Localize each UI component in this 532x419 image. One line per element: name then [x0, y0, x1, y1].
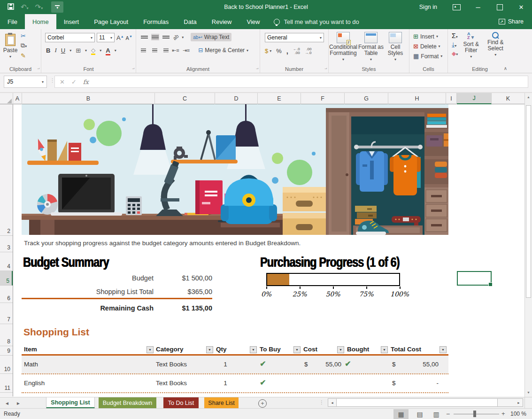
page-layout-view-icon[interactable]: ▤: [412, 409, 427, 419]
scroll-right-icon[interactable]: ►: [515, 401, 523, 404]
comma-style-icon[interactable]: ,: [286, 47, 288, 55]
horizontal-scroll-thumb[interactable]: [336, 399, 498, 406]
underline-icon[interactable]: U: [61, 47, 65, 54]
maximize-icon[interactable]: [489, 0, 510, 14]
decrease-decimal-icon[interactable]: .00→.0: [305, 47, 312, 55]
paste-button[interactable]: Paste ▾: [0, 31, 21, 60]
fill-handle[interactable]: [488, 282, 493, 287]
row-header-2[interactable]: 2: [0, 104, 13, 236]
table-row[interactable]: [22, 356, 448, 374]
font-color-icon[interactable]: A: [106, 47, 110, 54]
horizontal-scrollbar[interactable]: ◄ ►: [328, 398, 523, 407]
vertical-scrollbar[interactable]: ▲ ▼: [524, 93, 532, 397]
merge-center-button[interactable]: ⊟ Merge & Center ▾: [196, 46, 251, 54]
undo-icon[interactable]: ↶▾: [21, 3, 29, 11]
tab-file[interactable]: File: [0, 14, 25, 29]
zoom-slider-thumb[interactable]: [473, 411, 476, 417]
paste-dropdown-icon[interactable]: ▾: [9, 54, 11, 59]
autosum-icon[interactable]: Σ▾: [452, 32, 458, 39]
page-break-view-icon[interactable]: ▥: [429, 409, 444, 419]
cell-category-1[interactable]: Text Books: [156, 361, 187, 368]
zoom-out-icon[interactable]: −: [446, 410, 450, 418]
cell-total-currency-2[interactable]: $: [392, 380, 396, 387]
cell-total-cost-1[interactable]: 55,00: [399, 361, 439, 368]
row-header-11[interactable]: 11: [0, 374, 13, 393]
decrease-indent-icon[interactable]: ⇤≡: [172, 47, 179, 54]
row-header-8[interactable]: 8: [0, 324, 13, 346]
tab-view[interactable]: View: [239, 14, 267, 29]
column-header-j[interactable]: J: [457, 93, 492, 104]
row-header-6[interactable]: 6: [0, 286, 13, 303]
format-painter-icon[interactable]: ✎: [21, 52, 27, 60]
number-dialog-launcher-icon[interactable]: ⌐: [324, 67, 327, 71]
number-format-combobox[interactable]: General▾: [265, 33, 324, 42]
customize-quick-access-icon[interactable]: ▾: [51, 1, 63, 13]
tell-me-box[interactable]: Tell me what you want to do: [267, 14, 365, 29]
insert-function-icon[interactable]: fx: [83, 78, 89, 85]
new-sheet-icon[interactable]: +: [258, 399, 267, 408]
share-button[interactable]: ↗ Share: [495, 14, 527, 29]
row-header-7[interactable]: 7: [0, 303, 13, 324]
shrink-font-icon[interactable]: A▼: [126, 35, 132, 41]
row-header-9[interactable]: 9: [0, 346, 13, 356]
column-header-h[interactable]: H: [388, 93, 446, 104]
sheet-tab-to-do-list[interactable]: To Do List: [163, 397, 199, 409]
row-header-5[interactable]: 5: [0, 271, 13, 286]
close-icon[interactable]: ✕: [510, 0, 532, 14]
tab-formulas[interactable]: Formulas: [136, 14, 176, 29]
align-top-icon[interactable]: [141, 35, 148, 39]
clear-icon[interactable]: ◆▾: [452, 50, 458, 57]
filter-dropdown-icon-cost[interactable]: ▼: [337, 346, 344, 353]
clipboard-dialog-launcher-icon[interactable]: ⌐: [37, 67, 39, 71]
increase-indent-icon[interactable]: ⇥≡: [183, 47, 190, 54]
redo-icon[interactable]: ↷▾: [35, 3, 43, 11]
wrap-text-button[interactable]: ab↩ Wrap Text: [191, 33, 231, 41]
cancel-icon[interactable]: ✕: [60, 78, 65, 85]
cell-total-currency-1[interactable]: $: [392, 361, 396, 368]
column-header-g[interactable]: G: [345, 93, 388, 104]
cell-category-2[interactable]: Text Books: [156, 380, 187, 387]
font-name-combobox[interactable]: Corbel▾: [45, 33, 95, 42]
increase-decimal-icon[interactable]: ←.0.00: [293, 47, 300, 55]
sign-in-button[interactable]: Sign in: [411, 4, 446, 10]
cut-icon[interactable]: ✂: [21, 32, 27, 40]
align-left-icon[interactable]: [141, 47, 148, 54]
scroll-left-icon[interactable]: ◄: [328, 401, 336, 404]
filter-dropdown-icon-to-buy[interactable]: ▼: [293, 346, 301, 353]
tab-page-layout[interactable]: Page Layout: [86, 14, 136, 29]
copy-icon[interactable]: ⧉▾: [21, 42, 27, 50]
font-size-combobox[interactable]: 11▾: [97, 33, 115, 42]
enter-icon[interactable]: ✓: [71, 78, 77, 85]
fill-icon[interactable]: ⤓▾: [452, 41, 458, 49]
tab-review[interactable]: Review: [204, 14, 239, 29]
align-middle-icon[interactable]: [151, 34, 159, 41]
row-header-4[interactable]: 4: [0, 252, 13, 271]
borders-icon[interactable]: ⊞: [76, 47, 81, 54]
column-header-i[interactable]: I: [446, 93, 457, 104]
zoom-slider[interactable]: [454, 414, 499, 414]
insert-cells-button[interactable]: ⊞ Insert▾: [409, 31, 447, 41]
checkmark-icon-bought-1[interactable]: ✔: [341, 359, 355, 368]
sheet-nav-left-icon[interactable]: ◄: [5, 397, 9, 409]
filter-dropdown-icon-item[interactable]: ▼: [146, 346, 154, 353]
cell-cost-1[interactable]: 55,00: [308, 361, 341, 368]
cell-qty-2[interactable]: 1: [216, 380, 235, 387]
column-header-f[interactable]: F: [301, 93, 345, 104]
minimize-icon[interactable]: ─: [467, 0, 489, 14]
sheet-nav-right-icon[interactable]: ►: [16, 397, 21, 409]
column-header-a[interactable]: A: [13, 93, 22, 104]
cell-total-cost-2[interactable]: -: [399, 380, 439, 387]
alignment-dialog-launcher-icon[interactable]: ⌐: [256, 67, 258, 71]
select-all-corner[interactable]: [0, 93, 13, 104]
name-box-dropdown-icon[interactable]: ▾: [42, 80, 44, 84]
font-dialog-launcher-icon[interactable]: ⌐: [132, 67, 134, 71]
accounting-format-icon[interactable]: $: [265, 47, 268, 54]
percent-style-icon[interactable]: %: [276, 47, 282, 54]
column-header-b[interactable]: B: [22, 93, 155, 104]
cell-qty-1[interactable]: 1: [216, 361, 235, 368]
row-header-10[interactable]: 10: [0, 356, 13, 374]
sheet-tab-share-list[interactable]: Share List: [204, 397, 239, 409]
scroll-up-icon[interactable]: ▲: [525, 93, 532, 101]
bold-icon[interactable]: B: [46, 47, 50, 54]
sheet-tab-budget-breakdown[interactable]: Budget Breakdown: [99, 397, 156, 409]
